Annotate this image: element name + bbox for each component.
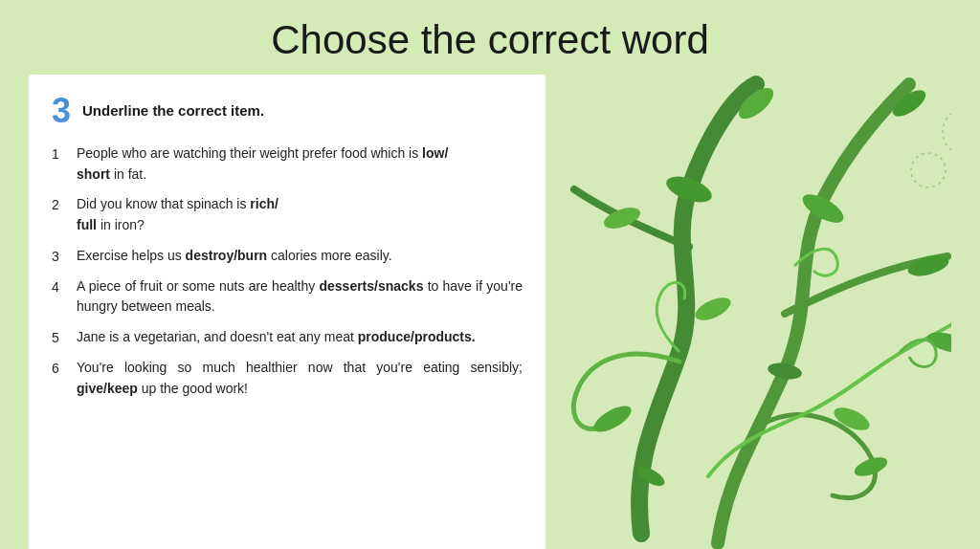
content-area: 3 Underline the correct item. 1 People w… xyxy=(0,75,980,549)
svg-point-7 xyxy=(590,401,635,437)
decorative-svg xyxy=(565,75,951,549)
item-text: People who are watching their weight pre… xyxy=(77,143,448,185)
svg-point-17 xyxy=(911,153,946,187)
item-number: 4 xyxy=(52,277,65,318)
exercise-number: 3 xyxy=(52,94,71,128)
item-text: Jane is a vegetarian, and doesn't eat an… xyxy=(77,327,476,348)
page-title: Choose the correct word xyxy=(0,17,980,63)
item-text: A piece of fruit or some nuts are health… xyxy=(77,276,523,318)
list-item: 6 You're looking so much healthier now t… xyxy=(52,358,523,399)
list-item: 5 Jane is a vegetarian, and doesn't eat … xyxy=(52,327,523,348)
item-number: 3 xyxy=(52,247,65,267)
item-number: 2 xyxy=(52,195,65,235)
item-text: Did you know that spinach is rich/full i… xyxy=(77,194,278,235)
item-text: Exercise helps us destroy/burn calories … xyxy=(77,246,392,267)
item-number: 1 xyxy=(52,144,65,185)
svg-point-9 xyxy=(692,293,734,324)
list-item: 2 Did you know that spinach is rich/full… xyxy=(52,194,523,235)
svg-point-8 xyxy=(767,361,803,382)
decorative-panel xyxy=(565,75,951,549)
list-item: 4 A piece of fruit or some nuts are heal… xyxy=(52,276,523,318)
svg-point-15 xyxy=(943,108,951,156)
exercise-card: 3 Underline the correct item. 1 People w… xyxy=(29,75,546,549)
card-header: 3 Underline the correct item. xyxy=(52,94,523,128)
list-item: 3 Exercise helps us destroy/burn calorie… xyxy=(52,246,523,267)
card-header-text: Underline the correct item. xyxy=(82,100,264,122)
list-item: 1 People who are watching their weight p… xyxy=(52,143,523,185)
item-number: 5 xyxy=(52,328,65,348)
item-text: You're looking so much healthier now tha… xyxy=(77,358,523,399)
items-list: 1 People who are watching their weight p… xyxy=(52,143,523,400)
svg-point-6 xyxy=(831,403,873,434)
title-bar: Choose the correct word xyxy=(0,0,980,75)
item-number: 6 xyxy=(52,359,65,399)
